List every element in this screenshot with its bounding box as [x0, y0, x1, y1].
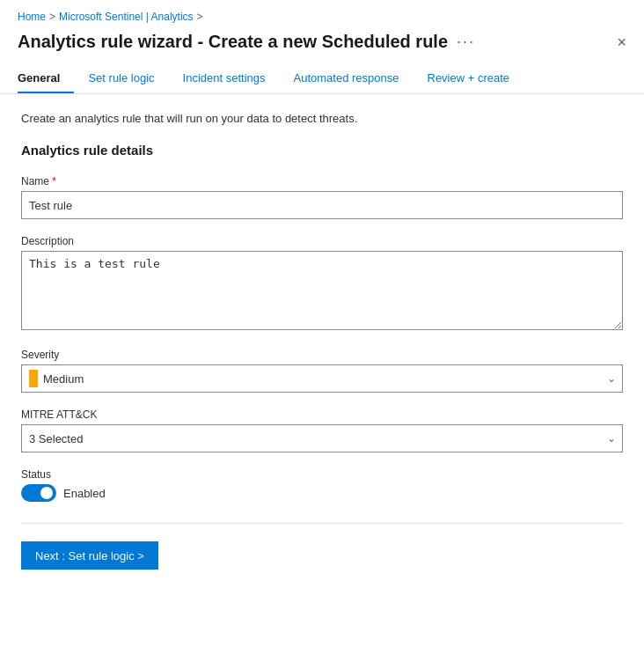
close-button[interactable]: ×	[617, 34, 626, 50]
name-label: Name *	[21, 175, 623, 188]
status-toggle[interactable]	[21, 484, 56, 502]
toggle-thumb	[40, 487, 53, 499]
name-field-group: Name *	[21, 175, 623, 219]
severity-field-group: Severity Medium ⌄	[21, 349, 623, 393]
tab-set-rule-logic[interactable]: Set rule logic	[74, 64, 168, 93]
breadcrumb-home[interactable]: Home	[18, 11, 46, 23]
severity-label: Severity	[21, 349, 623, 361]
name-input[interactable]	[21, 191, 623, 219]
name-required: *	[49, 175, 56, 188]
next-button[interactable]: Next : Set rule logic >	[21, 541, 158, 570]
tabs-bar: General Set rule logic Incident settings…	[0, 64, 644, 94]
breadcrumb-sep2: >	[197, 11, 203, 23]
header: Analytics rule wizard - Create a new Sch…	[0, 26, 644, 64]
breadcrumb-sentinel[interactable]: Microsoft Sentinel | Analytics	[59, 11, 194, 23]
more-options-icon[interactable]: ···	[457, 33, 475, 51]
severity-value: Medium	[43, 372, 84, 386]
footer-divider	[21, 523, 623, 524]
severity-select-wrapper: Medium ⌄	[21, 364, 623, 393]
description-textarea[interactable]: This is a test rule	[21, 251, 623, 330]
tab-general[interactable]: General	[18, 64, 74, 93]
intro-text: Create an analytics rule that will run o…	[21, 112, 623, 125]
breadcrumb-sep1: >	[49, 11, 55, 23]
mitre-value: 3 Selected	[29, 432, 83, 445]
page-title: Analytics rule wizard - Create a new Sch…	[18, 32, 448, 52]
tab-incident-settings[interactable]: Incident settings	[169, 64, 280, 93]
description-field-group: Description This is a test rule	[21, 235, 623, 333]
toggle-label: Enabled	[63, 487, 106, 500]
description-label: Description	[21, 235, 623, 247]
mitre-field-group: MITRE ATT&CK 3 Selected ⌄	[21, 408, 623, 452]
mitre-select-wrapper: 3 Selected ⌄	[21, 424, 623, 452]
status-label: Status	[21, 468, 623, 481]
section-title: Analytics rule details	[21, 143, 623, 158]
breadcrumb: Home > Microsoft Sentinel | Analytics >	[0, 0, 644, 26]
mitre-label: MITRE ATT&CK	[21, 408, 623, 421]
severity-select[interactable]: Medium	[21, 364, 623, 393]
tab-review-create[interactable]: Review + create	[413, 64, 524, 93]
status-toggle-row: Enabled	[21, 484, 623, 502]
tab-automated-response[interactable]: Automated response	[280, 64, 413, 93]
mitre-select[interactable]: 3 Selected	[21, 424, 623, 452]
status-field-group: Status Enabled	[21, 468, 623, 502]
severity-indicator	[29, 370, 38, 387]
main-content: Create an analytics rule that will run o…	[0, 94, 644, 587]
